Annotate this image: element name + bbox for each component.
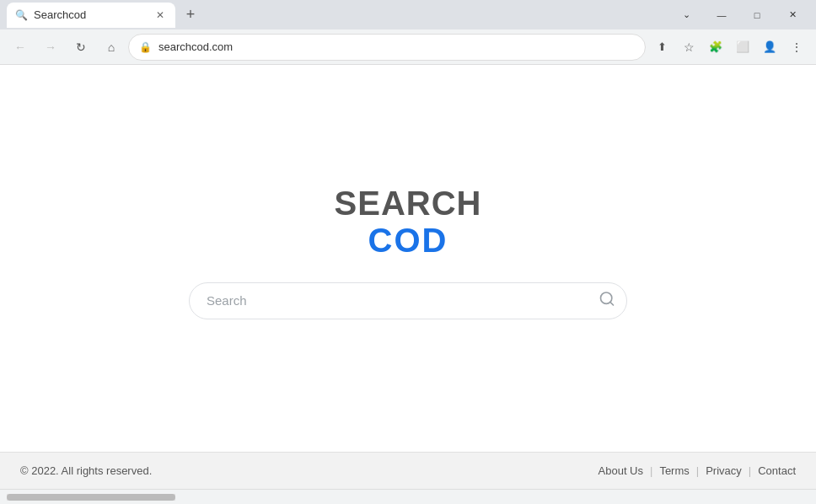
home-button[interactable]: ⌂ <box>98 34 125 61</box>
search-submit-button[interactable] <box>599 290 615 311</box>
minimize-icon: — <box>717 10 727 20</box>
navigation-bar: ← → ↻ ⌂ 🔒 ⬆ ☆ 🧩 ⬜ <box>0 29 816 65</box>
footer-divider-2: | <box>696 464 699 477</box>
page-main: SEARCH COD <box>0 65 816 489</box>
maximize-icon: □ <box>754 10 760 20</box>
tab-close-button[interactable]: ✕ <box>153 8 167 22</box>
browser-frame: 🔍 Searchcod ✕ + ⌄ — □ ✕ ← → <box>0 0 816 504</box>
title-bar: 🔍 Searchcod ✕ + ⌄ — □ ✕ <box>0 0 816 29</box>
close-button[interactable]: ✕ <box>776 3 809 28</box>
logo-search-text: SEARCH <box>335 185 482 222</box>
share-button[interactable]: ⬆ <box>649 35 674 60</box>
close-icon: ✕ <box>789 9 797 20</box>
title-bar-left: 🔍 Searchcod ✕ + <box>7 3 202 28</box>
refresh-button[interactable]: ↻ <box>67 34 94 61</box>
tab-favicon-icon: 🔍 <box>15 9 27 21</box>
address-bar[interactable]: 🔒 <box>128 34 646 61</box>
footer-link-privacy[interactable]: Privacy <box>706 464 742 477</box>
scrollbar[interactable] <box>7 494 175 501</box>
splitscreen-button[interactable]: ⬜ <box>730 35 755 60</box>
scrollbar-thumb[interactable] <box>7 494 175 501</box>
forward-icon: → <box>45 40 56 54</box>
tab-title: Searchcod <box>34 8 147 21</box>
chevron-down-button[interactable]: ⌄ <box>669 3 703 28</box>
nav-actions: ⬆ ☆ 🧩 ⬜ 👤 ⋮ <box>649 35 809 60</box>
page-content: SEARCH COD © 2022. All rights reserv <box>0 65 816 489</box>
footer-link-terms[interactable]: Terms <box>659 464 689 477</box>
status-bar <box>0 489 816 504</box>
footer-links: About Us | Terms | Privacy | Contact <box>599 464 796 477</box>
back-icon: ← <box>14 40 26 54</box>
footer-copyright: © 2022. All rights reserved. <box>20 464 152 477</box>
search-bar-container <box>189 282 627 319</box>
menu-button[interactable]: ⋮ <box>784 35 809 60</box>
footer-divider-3: | <box>749 464 751 477</box>
maximize-button[interactable]: □ <box>740 3 774 28</box>
menu-icon: ⋮ <box>791 40 803 54</box>
home-icon: ⌂ <box>108 40 115 54</box>
logo-container: SEARCH COD <box>335 185 482 259</box>
bookmark-button[interactable]: ☆ <box>676 35 701 60</box>
profile-button[interactable]: 👤 <box>757 35 782 60</box>
profile-icon: 👤 <box>763 40 776 53</box>
window-controls: ⌄ — □ ✕ <box>669 3 809 28</box>
splitscreen-icon: ⬜ <box>736 40 749 53</box>
minimize-button[interactable]: — <box>705 3 738 28</box>
lock-icon: 🔒 <box>139 41 152 53</box>
browser-tab[interactable]: 🔍 Searchcod ✕ <box>7 3 175 28</box>
share-icon: ⬆ <box>658 40 667 53</box>
search-icon <box>599 290 615 311</box>
chevron-down-icon: ⌄ <box>683 9 690 20</box>
footer-divider-1: | <box>650 464 652 477</box>
extensions-icon: 🧩 <box>709 40 722 53</box>
extensions-button[interactable]: 🧩 <box>703 35 728 60</box>
footer-link-contact[interactable]: Contact <box>758 464 796 477</box>
bookmark-icon: ☆ <box>684 40 695 54</box>
footer-link-about[interactable]: About Us <box>599 464 643 477</box>
refresh-icon: ↻ <box>76 40 86 54</box>
back-button[interactable]: ← <box>7 34 34 61</box>
address-input[interactable] <box>158 40 635 53</box>
new-tab-button[interactable]: + <box>179 3 202 27</box>
search-input[interactable] <box>189 282 627 319</box>
forward-button[interactable]: → <box>37 34 64 61</box>
svg-line-1 <box>610 302 614 305</box>
logo-cod-text: COD <box>368 222 448 259</box>
page-footer: © 2022. All rights reserved. About Us | … <box>0 452 816 489</box>
